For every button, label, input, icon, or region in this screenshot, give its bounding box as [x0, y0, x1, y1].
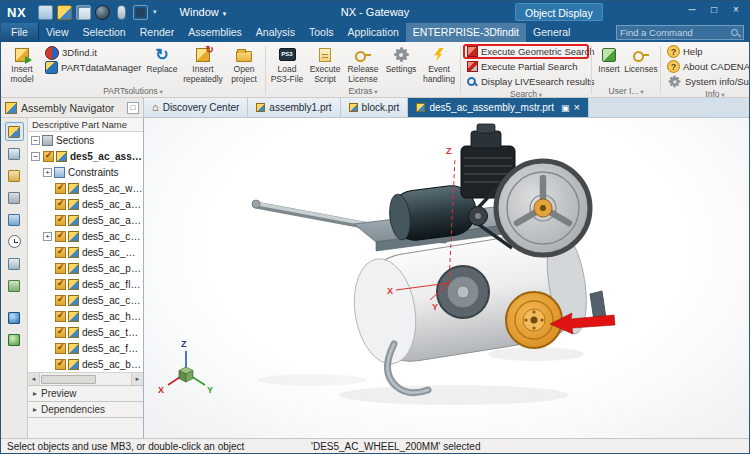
tab-render[interactable]: Render: [133, 23, 181, 42]
tree-item-belt[interactable]: des5_ac_belt_m...: [28, 356, 143, 372]
tree-item-tank[interactable]: des5_ac_tank_m...: [28, 324, 143, 340]
reuse-library-icon[interactable]: [5, 188, 24, 207]
history-clock-icon[interactable]: [5, 232, 24, 251]
tab-selection[interactable]: Selection: [76, 23, 133, 42]
horizontal-scrollbar[interactable]: ◄ ►: [28, 372, 143, 385]
column-header[interactable]: Descriptive Part Name: [28, 118, 143, 132]
visibility-checkbox[interactable]: [55, 215, 66, 226]
release-license-button[interactable]: Release License: [344, 43, 382, 86]
visibility-checkbox[interactable]: [55, 359, 66, 370]
orientation-triad[interactable]: X Y Z: [158, 339, 213, 395]
expander-icon[interactable]: [43, 232, 52, 241]
visibility-checkbox[interactable]: [55, 311, 66, 322]
visibility-checkbox[interactable]: [43, 151, 54, 162]
tree-item-foot-pad[interactable]: des5_ac_foot_pa...: [28, 340, 143, 356]
object-display-chip[interactable]: Object Display: [515, 3, 603, 21]
visibility-checkbox[interactable]: [55, 343, 66, 354]
insert-io-button[interactable]: Insert: [594, 43, 624, 86]
tree-item-compressor[interactable]: des5_ac_compre...: [28, 292, 143, 308]
tab-application[interactable]: Application: [340, 23, 405, 42]
search-icon[interactable]: [731, 29, 738, 36]
tab-tools[interactable]: Tools: [302, 23, 341, 42]
hd3d-tools-icon[interactable]: [5, 210, 24, 229]
licenses-button[interactable]: Licenses: [624, 43, 658, 86]
load-ps3-file-button[interactable]: PS3 Load PS3-File: [268, 43, 306, 86]
tree-item-sections[interactable]: Sections: [28, 132, 143, 148]
render-sphere-icon[interactable]: [95, 5, 110, 20]
find-command-input[interactable]: [617, 27, 731, 38]
preview-section[interactable]: Preview: [28, 385, 143, 401]
microphone-icon[interactable]: [117, 5, 126, 20]
tab-enterprise-3dfindit[interactable]: ENTERPRISE-3Dfindit: [406, 23, 526, 42]
save-icon[interactable]: [38, 5, 53, 20]
tree-item-handle[interactable]: des5_ac_handle...: [28, 308, 143, 324]
maximize-button[interactable]: □: [703, 2, 725, 17]
tab-assemblies[interactable]: Assemblies: [181, 23, 249, 42]
window-menu[interactable]: Window: [174, 4, 233, 20]
web-browser-icon[interactable]: [5, 254, 24, 273]
insert-model-button[interactable]: Insert model: [3, 43, 41, 86]
display-icon[interactable]: [133, 5, 148, 20]
pulley[interactable]: [469, 207, 488, 226]
tab-des5-ac-assembly-mstr-prt[interactable]: des5_ac_assembly_mstr.prt ▣ ×: [408, 98, 588, 117]
tab-general[interactable]: General: [526, 23, 577, 42]
graphics-viewport[interactable]: Z X Y X: [144, 118, 750, 438]
minimize-button[interactable]: ─: [681, 2, 703, 17]
tab-view[interactable]: View: [39, 23, 76, 42]
tab-file[interactable]: File: [1, 23, 39, 42]
process-navigator-icon[interactable]: [5, 276, 24, 295]
tab-discovery-center[interactable]: ⌂ Discovery Center: [144, 98, 248, 117]
part-navigator-icon[interactable]: [5, 166, 24, 185]
expander-icon[interactable]: [31, 152, 40, 161]
execute-partial-search-button[interactable]: Execute Partial Search: [463, 59, 589, 74]
quick-access-dropdown-icon[interactable]: ▾: [153, 8, 157, 16]
help-button[interactable]: Help: [663, 44, 750, 59]
settings-button[interactable]: Settings: [382, 43, 420, 86]
group-label-user-io[interactable]: User I...: [594, 86, 658, 97]
system-materials-icon[interactable]: [5, 330, 24, 349]
tree-item-flywheel[interactable]: des5_ac_flywhee...: [28, 276, 143, 292]
event-handling-button[interactable]: Event handling: [420, 43, 458, 86]
execute-geometric-search-button[interactable]: Execute Geometric Search: [463, 44, 589, 59]
part-icon[interactable]: [57, 5, 72, 20]
tree-item-assembly[interactable]: des5_ac_assembly_...: [28, 148, 143, 164]
tree-item-motor[interactable]: des5_ac_motor_...: [28, 244, 143, 260]
tab-block-prt[interactable]: block.prt: [341, 98, 409, 117]
tree-item-pulley[interactable]: des5_ac_pulley_...: [28, 260, 143, 276]
tab-assembly1-prt[interactable]: assembly1.prt: [248, 98, 340, 117]
visibility-checkbox[interactable]: [55, 327, 66, 338]
group-label-extras[interactable]: Extras: [268, 86, 458, 97]
tab-analysis[interactable]: Analysis: [249, 23, 302, 42]
expander-icon[interactable]: [31, 136, 40, 145]
rear-wheel[interactable]: [437, 266, 489, 318]
expander-icon[interactable]: [43, 168, 52, 177]
display-livesearch-results-button[interactable]: Display LIVEsearch results: [463, 74, 589, 89]
tree-item-axle-cap[interactable]: des5_ac_axle_ca...: [28, 212, 143, 228]
window-layout-icon[interactable]: [76, 5, 91, 20]
about-cadenas-button[interactable]: About CADENAS: [663, 59, 750, 74]
roles-icon[interactable]: [5, 308, 24, 327]
visibility-checkbox[interactable]: [55, 183, 66, 194]
visibility-checkbox[interactable]: [55, 199, 66, 210]
dependencies-section[interactable]: Dependencies: [28, 401, 143, 417]
visibility-checkbox[interactable]: [55, 295, 66, 306]
constraint-navigator-icon[interactable]: [5, 144, 24, 163]
3dfindit-button[interactable]: 3Dfind.it: [41, 45, 143, 60]
system-info-support-button[interactable]: System info/Support: [663, 74, 750, 89]
assembly-navigator-tab-icon[interactable]: [5, 122, 24, 141]
visibility-checkbox[interactable]: [55, 231, 66, 242]
insert-repeatedly-button[interactable]: ↻ Insert repeatedly: [181, 43, 225, 86]
close-button[interactable]: ×: [725, 2, 747, 17]
open-project-button[interactable]: Open project: [225, 43, 263, 86]
scrollbar-thumb[interactable]: [41, 375, 96, 384]
scroll-right-icon[interactable]: ►: [131, 373, 143, 385]
replace-button[interactable]: ↻ Replace: [143, 43, 181, 86]
execute-script-button[interactable]: Execute Script: [306, 43, 344, 86]
flywheel[interactable]: [496, 161, 590, 255]
pin-tab-icon[interactable]: ▣: [561, 103, 570, 113]
tree-item-constraints[interactable]: Constraints: [28, 164, 143, 180]
orange-wheel[interactable]: [506, 292, 562, 348]
close-tab-icon[interactable]: ×: [573, 102, 579, 113]
visibility-checkbox[interactable]: [55, 247, 66, 258]
scroll-left-icon[interactable]: ◄: [28, 373, 40, 385]
